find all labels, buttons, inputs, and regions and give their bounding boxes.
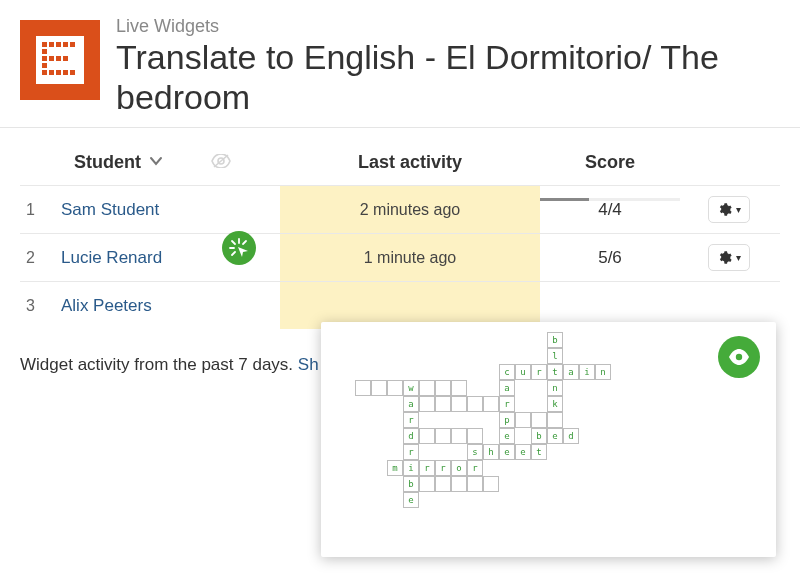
crossword-cell: [435, 396, 451, 412]
svg-line-23: [243, 241, 246, 244]
svg-rect-3: [56, 42, 61, 47]
svg-line-18: [214, 155, 228, 167]
crossword-cell: [419, 428, 435, 444]
eye-slash-icon[interactable]: [211, 152, 231, 173]
crossword-cell: [483, 396, 499, 412]
svg-rect-7: [42, 56, 47, 61]
crossword-cell: r: [435, 460, 451, 476]
crossword-cell: c: [499, 364, 515, 380]
score: 5/6: [540, 248, 680, 268]
svg-rect-16: [70, 70, 75, 75]
svg-rect-14: [56, 70, 61, 75]
crossword-cell: [451, 428, 467, 444]
crossword-cell: t: [547, 364, 563, 380]
crossword-cell: a: [563, 364, 579, 380]
crossword-cell: m: [387, 460, 403, 476]
page-header: Live Widgets Translate to English - El D…: [0, 0, 800, 128]
score: 4/4: [540, 200, 680, 220]
svg-rect-9: [56, 56, 61, 61]
svg-line-21: [232, 241, 235, 244]
crossword-cell: a: [403, 396, 419, 412]
row-actions-button[interactable]: ▾: [708, 244, 750, 271]
crossword-cell: [467, 476, 483, 492]
cursor-click-icon: [229, 238, 249, 258]
crossword-cell: [451, 396, 467, 412]
crossword-cell: i: [403, 460, 419, 476]
svg-rect-12: [42, 70, 47, 75]
svg-rect-2: [49, 42, 54, 47]
column-score[interactable]: Score: [540, 152, 680, 173]
crossword-cell: b: [403, 476, 419, 492]
crossword-cell: r: [419, 460, 435, 476]
footer-link-fragment[interactable]: Sh: [298, 355, 319, 374]
crossword-cell: r: [403, 444, 419, 460]
crossword-cell: [387, 380, 403, 396]
crossword-cell: d: [563, 428, 579, 444]
row-number: 2: [20, 249, 50, 267]
crossword-cell: [451, 380, 467, 396]
crossword-cell: o: [451, 460, 467, 476]
crossword-cell: n: [595, 364, 611, 380]
svg-rect-6: [42, 49, 47, 54]
crossword-cell: [515, 412, 531, 428]
activity-table: Student Last activity Score 1Sam Student…: [0, 128, 800, 329]
progress-bar: [540, 198, 680, 201]
gear-icon: [717, 250, 732, 265]
crossword-cell: [435, 476, 451, 492]
student-link[interactable]: Alix Peeters: [61, 296, 152, 316]
last-activity: 2 minutes ago: [280, 186, 540, 233]
student-link[interactable]: Lucie Renard: [61, 248, 162, 268]
cursor-click-badge: [222, 231, 256, 265]
crossword-cell: n: [547, 380, 563, 396]
student-link[interactable]: Sam Student: [61, 200, 159, 220]
crossword-cell: [419, 476, 435, 492]
crossword-cell: r: [531, 364, 547, 380]
crossword-cell: p: [499, 412, 515, 428]
crossword-cell: [467, 396, 483, 412]
crossword-cell: r: [499, 396, 515, 412]
crossword-preview-popup: blcurtainwanarkrpdebedrsheetmirrorbe: [321, 322, 776, 557]
svg-rect-15: [63, 70, 68, 75]
crossword-cell: [419, 396, 435, 412]
crossword-cell: [531, 412, 547, 428]
svg-rect-11: [42, 63, 47, 68]
table-row: 1Sam Student2 minutes ago4/4▾: [20, 185, 780, 233]
crossword-cell: i: [579, 364, 595, 380]
crossword-cell: t: [531, 444, 547, 460]
crossword-cell: e: [515, 444, 531, 460]
column-student[interactable]: Student: [50, 152, 280, 173]
caret-down-icon: ▾: [736, 204, 741, 215]
svg-rect-8: [49, 56, 54, 61]
crossword-cell: [483, 476, 499, 492]
row-number: 3: [20, 297, 50, 315]
crossword-cell: [451, 476, 467, 492]
table-row: 2Lucie Renard1 minute ago5/6▾: [20, 233, 780, 281]
breadcrumb[interactable]: Live Widgets: [116, 16, 780, 37]
widget-icon: [20, 20, 100, 100]
crossword-cell: e: [547, 428, 563, 444]
row-actions-button[interactable]: ▾: [708, 196, 750, 223]
crossword-cell: e: [403, 492, 419, 508]
gear-icon: [717, 202, 732, 217]
row-number: 1: [20, 201, 50, 219]
crossword-cell: e: [499, 428, 515, 444]
crossword-cell: e: [499, 444, 515, 460]
crossword-cell: l: [547, 348, 563, 364]
chevron-down-icon: [149, 152, 163, 173]
crossword-cell: u: [515, 364, 531, 380]
crossword-cell: w: [403, 380, 419, 396]
crossword-cell: s: [467, 444, 483, 460]
last-activity: 1 minute ago: [280, 234, 540, 281]
crossword-cell: r: [467, 460, 483, 476]
crossword-cell: d: [403, 428, 419, 444]
svg-rect-5: [70, 42, 75, 47]
svg-rect-1: [42, 42, 47, 47]
svg-rect-10: [63, 56, 68, 61]
crossword-cell: [435, 380, 451, 396]
page-title: Translate to English - El Dormitorio/ Th…: [116, 37, 780, 117]
svg-rect-4: [63, 42, 68, 47]
column-last-activity[interactable]: Last activity: [280, 152, 540, 173]
crossword-cell: [467, 428, 483, 444]
crossword-cell: [371, 380, 387, 396]
crossword-cell: b: [531, 428, 547, 444]
